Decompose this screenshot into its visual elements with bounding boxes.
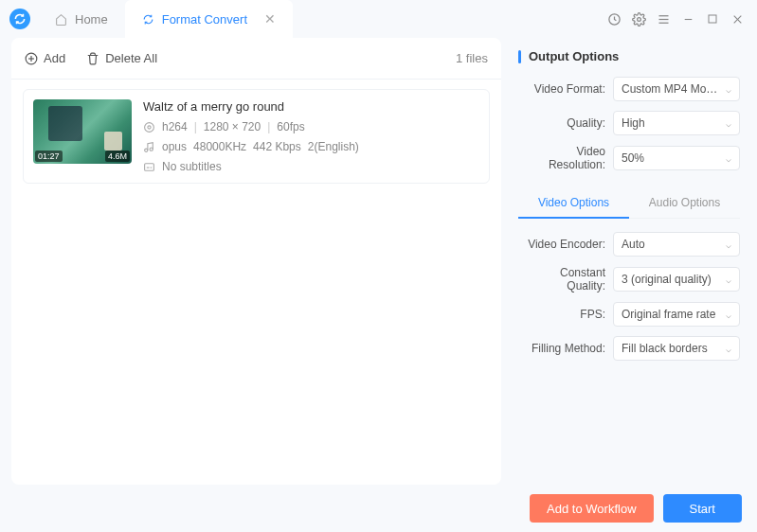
delete-all-button[interactable]: Delete All (86, 51, 157, 65)
svg-point-14 (145, 149, 148, 151)
video-format-label: Video Format: (518, 82, 613, 96)
video-icon (143, 121, 155, 133)
close-window-icon[interactable] (727, 9, 748, 29)
chevron-down-icon: ⌵ (726, 153, 731, 164)
minimize-icon[interactable] (677, 9, 698, 29)
file-item[interactable]: 01:27 4.6M Waltz of a merry go round h26… (23, 89, 490, 184)
add-button[interactable]: Add (25, 51, 65, 65)
app-logo (9, 9, 30, 29)
quality-select[interactable]: High⌵ (613, 111, 740, 135)
fps-select[interactable]: Original frame rate⌵ (613, 302, 740, 327)
video-encoder-select[interactable]: Auto⌵ (613, 232, 740, 257)
file-thumbnail: 01:27 4.6M (33, 99, 132, 164)
resolution-label: Video Resolution: (518, 145, 613, 171)
settings-icon[interactable] (628, 9, 649, 29)
title-bar: Home Format Convert ✕ (0, 0, 757, 38)
close-tab-icon[interactable]: ✕ (264, 11, 276, 27)
svg-point-13 (148, 125, 151, 128)
constant-quality-label: Constant Quality: (518, 266, 613, 293)
add-label: Add (44, 51, 65, 65)
audio-icon (143, 141, 155, 153)
file-title: Waltz of a merry go round (143, 99, 479, 114)
tab-home-label: Home (75, 12, 108, 27)
duration-badge: 01:27 (35, 151, 63, 162)
delete-all-label: Delete All (105, 51, 157, 65)
constant-quality-select[interactable]: 3 (original quality)⌵ (613, 267, 740, 292)
start-button[interactable]: Start (663, 494, 742, 523)
trash-icon (86, 52, 99, 65)
plus-icon (25, 52, 38, 65)
tab-convert-label: Format Convert (162, 12, 247, 27)
subtitle-icon (143, 161, 155, 173)
size-badge: 4.6M (105, 151, 130, 162)
filling-method-select[interactable]: Fill black borders⌵ (613, 336, 740, 361)
quality-label: Quality: (518, 116, 613, 130)
svg-point-15 (150, 148, 153, 151)
video-options-tab[interactable]: Video Options (518, 188, 629, 219)
maximize-icon[interactable] (702, 9, 723, 29)
video-encoder-label: Video Encoder: (518, 238, 613, 251)
subtitle-meta-row: No subtitles (143, 160, 479, 173)
footer: Add to Workflow Start (0, 485, 757, 532)
filling-method-label: Filling Method: (518, 342, 613, 355)
file-panel: Add Delete All 1 files 01:27 4.6M Waltz … (11, 38, 501, 485)
audio-meta-row: opus 48000KHz 442 Kbps 2(English) (143, 140, 479, 153)
menu-icon[interactable] (653, 9, 674, 29)
options-panel: Output Options Video Format: Custom MP4 … (509, 38, 746, 485)
add-to-workflow-button[interactable]: Add to Workflow (530, 494, 653, 523)
fps-label: FPS: (518, 308, 613, 321)
toolbar: Add Delete All 1 files (11, 38, 501, 80)
output-options-heading: Output Options (518, 49, 740, 63)
chevron-down-icon: ⌵ (726, 344, 731, 354)
audio-options-tab[interactable]: Audio Options (629, 188, 740, 218)
video-format-select[interactable]: Custom MP4 Movie(…⌵ (613, 77, 740, 101)
tab-format-convert[interactable]: Format Convert ✕ (125, 0, 293, 38)
chevron-down-icon: ⌵ (726, 275, 731, 285)
history-icon[interactable] (604, 9, 624, 29)
chevron-down-icon: ⌵ (726, 239, 731, 250)
svg-point-1 (637, 17, 640, 21)
video-meta-row: h264| 1280 × 720| 60fps (143, 120, 479, 133)
tab-home[interactable]: Home (38, 0, 125, 38)
resolution-select[interactable]: 50%⌵ (613, 146, 740, 170)
chevron-down-icon: ⌵ (726, 118, 731, 129)
svg-rect-6 (709, 15, 716, 23)
file-count: 1 files (456, 51, 488, 65)
chevron-down-icon: ⌵ (726, 84, 731, 95)
chevron-down-icon: ⌵ (726, 310, 731, 320)
svg-point-12 (145, 122, 154, 132)
home-icon (55, 13, 67, 26)
refresh-icon (142, 13, 154, 26)
